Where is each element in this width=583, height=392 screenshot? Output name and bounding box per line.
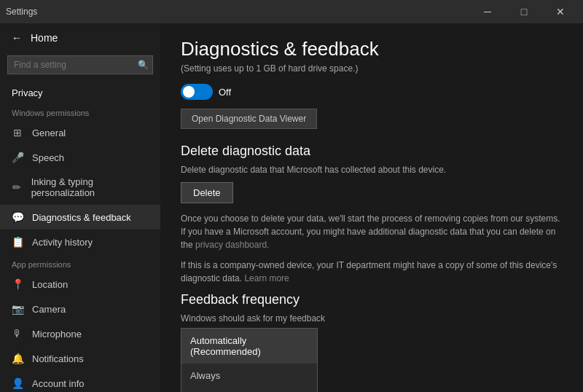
delete-section-title: Delete diagnostic data — [181, 144, 563, 159]
sidebar-home-button[interactable]: ← Home — [0, 23, 160, 52]
sidebar-item-activity[interactable]: 📋 Activity history — [0, 230, 160, 254]
title-bar-left: Settings — [6, 7, 37, 17]
app-permissions-label: App permissions — [0, 254, 160, 272]
title-bar-title: Settings — [6, 7, 37, 17]
sidebar-item-notifications[interactable]: 🔔 Notifications — [0, 346, 160, 371]
sidebar-item-diagnostics[interactable]: 💬 Diagnostics & feedback — [0, 205, 160, 230]
sidebar-item-inking[interactable]: ✏ Inking & typing personalization — [0, 170, 160, 205]
activity-icon: 📋 — [12, 236, 23, 248]
toggle-row: Off — [181, 84, 563, 100]
title-bar: Settings ─ □ ✕ — [0, 0, 583, 23]
learn-more-link[interactable]: Learn more — [244, 273, 289, 283]
inking-icon: ✏ — [12, 181, 23, 193]
location-icon: 📍 — [12, 278, 23, 290]
search-input[interactable] — [7, 55, 153, 74]
sidebar-item-general[interactable]: ⊞ General — [0, 120, 160, 145]
toggle-knob — [183, 86, 195, 98]
privacy-section-label: Privacy — [0, 82, 160, 103]
title-bar-controls: ─ □ ✕ — [471, 0, 577, 23]
sidebar-item-label: Microphone — [32, 329, 82, 340]
feedback-label: Windows should ask for my feedback — [181, 313, 563, 324]
speech-icon: 🎤 — [12, 152, 23, 163]
delete-info-text2: If this is a company-owned device, your … — [181, 259, 563, 285]
windows-permissions-label: Windows permissions — [0, 103, 160, 120]
sidebar-item-label: Notifications — [32, 353, 84, 364]
close-button[interactable]: ✕ — [544, 0, 577, 23]
sidebar-item-location[interactable]: 📍 Location — [0, 272, 160, 297]
sidebar-item-label: Activity history — [32, 237, 93, 248]
dropdown-option-auto[interactable]: Automatically (Recommended) — [181, 329, 317, 364]
maximize-button[interactable]: □ — [507, 0, 541, 23]
sidebar-item-account-info[interactable]: 👤 Account info — [0, 371, 160, 392]
home-label: Home — [31, 32, 58, 44]
feedback-section-title: Feedback frequency — [181, 292, 563, 307]
dropdown-option-once-day[interactable]: Once a day — [181, 388, 317, 392]
sidebar-item-label: Diagnostics & feedback — [32, 212, 131, 223]
back-icon: ← — [12, 32, 22, 44]
sidebar-item-label: Account info — [32, 378, 85, 389]
general-icon: ⊞ — [12, 127, 23, 138]
camera-icon: 📷 — [12, 303, 23, 315]
search-icon: 🔍 — [138, 60, 149, 70]
notifications-icon: 🔔 — [12, 353, 23, 364]
sidebar-item-label: Location — [32, 279, 68, 290]
sidebar-item-label: Speech — [32, 152, 64, 163]
page-subtitle: (Setting uses up to 1 GB of hard drive s… — [181, 63, 563, 74]
delete-button[interactable]: Delete — [181, 182, 233, 203]
dropdown-option-always[interactable]: Always — [181, 364, 317, 388]
page-title: Diagnostics & feedback — [181, 38, 563, 60]
diagnostic-toggle[interactable] — [181, 84, 213, 100]
account-icon: 👤 — [12, 377, 23, 389]
main-content: Diagnostics & feedback (Setting uses up … — [160, 23, 583, 392]
search-box: 🔍 — [7, 55, 153, 74]
microphone-icon: 🎙 — [12, 328, 23, 340]
delete-info-text1: Once you choose to delete your data, we'… — [181, 212, 563, 251]
sidebar-item-camera[interactable]: 📷 Camera — [0, 297, 160, 321]
app-body: ← Home 🔍 Privacy Windows permissions ⊞ G… — [0, 23, 583, 392]
sidebar-item-microphone[interactable]: 🎙 Microphone — [0, 321, 160, 346]
sidebar-item-label: Camera — [32, 304, 66, 315]
open-viewer-button[interactable]: Open Diagnostic Data Viewer — [181, 109, 317, 129]
delete-section-description: Delete diagnostic data that Microsoft ha… — [181, 165, 563, 175]
sidebar: ← Home 🔍 Privacy Windows permissions ⊞ G… — [0, 23, 160, 392]
sidebar-item-speech[interactable]: 🎤 Speech — [0, 145, 160, 170]
privacy-dashboard-link[interactable]: privacy dashboard. — [195, 240, 269, 250]
dropdown-list: Automatically (Recommended) Always Once … — [181, 328, 318, 392]
minimize-button[interactable]: ─ — [471, 0, 504, 23]
sidebar-item-label: Inking & typing personalization — [31, 176, 149, 198]
diagnostics-icon: 💬 — [12, 211, 23, 223]
sidebar-item-label: General — [32, 128, 66, 138]
toggle-label: Off — [219, 87, 231, 98]
